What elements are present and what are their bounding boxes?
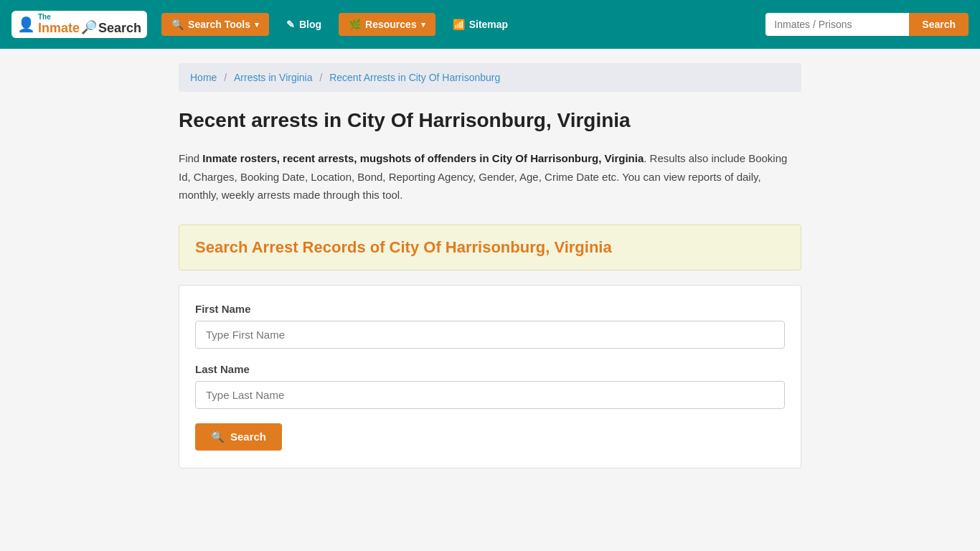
sitemap-icon: 📶 [453, 19, 465, 30]
breadcrumb: Home / Arrests in Virginia / Recent Arre… [179, 63, 801, 92]
sitemap-button[interactable]: 📶 Sitemap [443, 13, 518, 36]
blog-label: Blog [299, 19, 321, 30]
breadcrumb-current[interactable]: Recent Arrests in City Of Harrisonburg [329, 72, 500, 83]
logo-inmate: Inmate [38, 22, 80, 34]
main-content: Home / Arrests in Virginia / Recent Arre… [167, 49, 813, 483]
search-tools-icon: 🔍 [171, 19, 184, 30]
navbar-search-group: Search [765, 13, 969, 36]
resources-button[interactable]: 🌿 Resources [339, 13, 435, 36]
page-title: Recent arrests in City Of Harrisonburg, … [179, 109, 801, 132]
logo[interactable]: 👤 The Inmate 🔎 Search [11, 11, 147, 38]
blog-button[interactable]: ✎ Blog [276, 13, 331, 36]
resources-icon: 🌿 [349, 19, 361, 30]
breadcrumb-sep-2: / [319, 72, 325, 83]
search-section-header: Search Arrest Records of City Of Harriso… [179, 225, 801, 270]
breadcrumb-home[interactable]: Home [190, 72, 217, 83]
search-submit-label: Search [230, 430, 266, 443]
first-name-input[interactable] [195, 321, 785, 349]
logo-magnify-icon: 🔎 [81, 21, 97, 35]
search-tools-button[interactable]: 🔍 Search Tools [161, 13, 269, 36]
search-section-title: Search Arrest Records of City Of Harriso… [195, 238, 785, 257]
blog-icon: ✎ [286, 19, 295, 30]
last-name-group: Last Name [195, 363, 785, 409]
form-section: First Name Last Name 🔍 Search [179, 285, 801, 468]
logo-box: 👤 The Inmate 🔎 Search [11, 11, 147, 38]
navbar: 👤 The Inmate 🔎 Search 🔍 Search Tools ✎ B… [0, 0, 980, 49]
navbar-search-button-label: Search [922, 19, 956, 30]
search-submit-button[interactable]: 🔍 Search [195, 423, 282, 451]
first-name-label: First Name [195, 303, 785, 315]
last-name-label: Last Name [195, 363, 785, 375]
search-tools-label: Search Tools [188, 19, 250, 30]
breadcrumb-sep-1: / [224, 72, 230, 83]
navbar-search-button[interactable]: Search [909, 13, 969, 36]
navbar-search-input[interactable] [765, 13, 909, 36]
last-name-input[interactable] [195, 381, 785, 409]
sitemap-label: Sitemap [469, 19, 508, 30]
person-icon: 👤 [17, 16, 35, 33]
description-prefix: Find [179, 152, 202, 164]
breadcrumb-arrests-virginia[interactable]: Arrests in Virginia [234, 72, 312, 83]
resources-label: Resources [365, 19, 417, 30]
logo-search: Search [98, 22, 141, 34]
page-description: Find Inmate rosters, recent arrests, mug… [179, 149, 801, 204]
description-bold: Inmate rosters, recent arrests, mugshots… [202, 152, 644, 164]
first-name-group: First Name [195, 303, 785, 349]
search-submit-icon: 🔍 [211, 430, 225, 443]
